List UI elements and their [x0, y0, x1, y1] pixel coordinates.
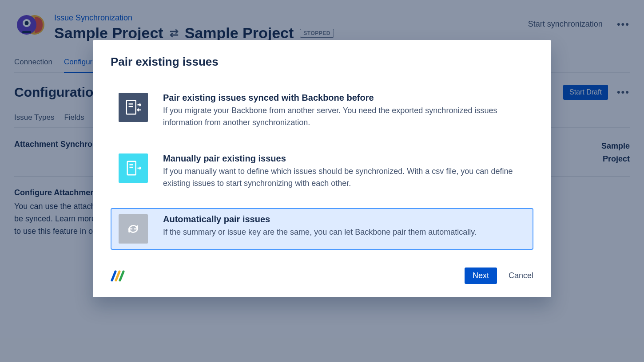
option-auto[interactable]: Automatically pair issues If the summary…	[111, 208, 533, 250]
option-manual[interactable]: Manually pair existing issues If you man…	[111, 147, 533, 196]
brand-icon	[111, 270, 126, 282]
modal-footer: Next Cancel	[111, 268, 533, 284]
option-auto-heading: Automatically pair issues	[163, 214, 477, 224]
modal-title: Pair existing issues	[111, 55, 533, 69]
option-manual-text: Manually pair existing issues If you man…	[163, 153, 525, 189]
option-auto-text: Automatically pair issues If the summary…	[163, 214, 477, 238]
sync-icon	[119, 214, 148, 244]
svg-rect-8	[127, 161, 136, 175]
next-button[interactable]: Next	[465, 268, 497, 284]
option-manual-heading: Manually pair existing issues	[163, 153, 525, 164]
option-backbone[interactable]: Pair existing issues synced with Backbon…	[111, 87, 533, 135]
cancel-button[interactable]: Cancel	[509, 271, 533, 280]
option-auto-desc: If the summary or issue key are the same…	[163, 226, 477, 238]
option-backbone-desc: If you migrate your Backbone from anothe…	[163, 105, 525, 129]
pair-issues-modal: Pair existing issues Pair existing issue…	[93, 40, 551, 297]
option-backbone-heading: Pair existing issues synced with Backbon…	[163, 93, 525, 103]
option-backbone-text: Pair existing issues synced with Backbon…	[163, 93, 525, 129]
option-manual-desc: If you manually want to define which iss…	[163, 165, 525, 189]
document-arrow-icon	[119, 153, 148, 183]
svg-rect-5	[127, 101, 136, 114]
option-list: Pair existing issues synced with Backbon…	[111, 87, 533, 250]
import-icon	[119, 93, 148, 122]
